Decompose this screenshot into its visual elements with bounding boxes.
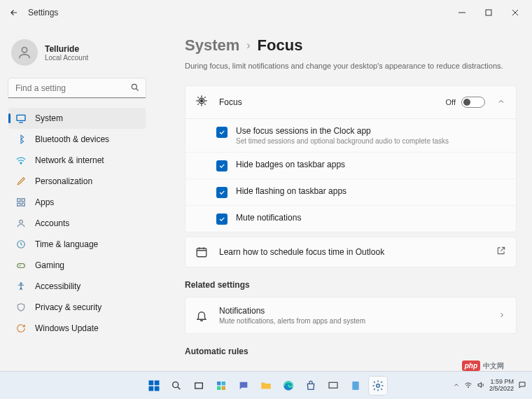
svg-rect-25 xyxy=(217,386,220,389)
svg-point-2 xyxy=(22,48,27,52)
option-mute-notifications[interactable]: Mute notifications xyxy=(186,206,516,232)
accessibility-icon xyxy=(15,281,27,292)
taskbar-widgets[interactable] xyxy=(212,377,230,395)
sidebar-item-label: Windows Update xyxy=(35,323,99,333)
svg-rect-29 xyxy=(352,382,358,390)
svg-rect-6 xyxy=(18,199,20,202)
user-block[interactable]: Telluride Local Account xyxy=(8,28,146,78)
svg-point-21 xyxy=(173,382,178,387)
option-sublabel: Set timed sessions and optional backgrou… xyxy=(236,137,449,145)
outlook-link-card[interactable]: Learn how to schedule focus time in Outl… xyxy=(185,237,517,267)
taskbar-clock[interactable]: 1:59 PM 2/5/2022 xyxy=(489,379,514,393)
svg-rect-26 xyxy=(222,386,225,389)
sidebar-item-network[interactable]: Network & internet xyxy=(8,150,146,171)
chevron-up-icon xyxy=(496,96,506,108)
focus-card-header[interactable]: Focus Off xyxy=(186,86,516,118)
sidebar-item-gaming[interactable]: Gaming xyxy=(8,255,146,276)
search-box[interactable] xyxy=(8,78,146,98)
taskbar-app1[interactable] xyxy=(324,377,342,395)
close-icon xyxy=(512,9,519,16)
sidebar-item-accounts[interactable]: Accounts xyxy=(8,213,146,234)
page-title: Focus xyxy=(258,36,303,55)
automatic-rules-heading: Automatic rules xyxy=(185,346,517,356)
chevron-up-icon xyxy=(453,382,460,388)
option-label: Hide badges on taskbar apps xyxy=(236,160,345,169)
widgets-icon xyxy=(216,380,227,391)
maximize-button[interactable] xyxy=(482,6,496,20)
external-link-icon xyxy=(496,246,506,258)
svg-point-3 xyxy=(132,84,136,89)
search-input[interactable] xyxy=(8,78,146,98)
checkbox[interactable] xyxy=(216,160,227,172)
minimize-button[interactable] xyxy=(455,6,469,20)
gear-icon xyxy=(372,379,384,392)
back-button[interactable] xyxy=(6,4,22,21)
chat-icon xyxy=(238,380,249,391)
tray-volume-icon[interactable] xyxy=(477,381,485,391)
option-label: Hide flashing on taskbar apps xyxy=(236,186,346,196)
chevron-right-icon xyxy=(498,309,506,322)
option-hide-flashing[interactable]: Hide flashing on taskbar apps xyxy=(186,179,516,206)
sidebar-item-privacy[interactable]: Privacy & security xyxy=(8,297,146,318)
sidebar-item-apps[interactable]: Apps xyxy=(8,192,146,213)
page-description: During focus, limit notifications and ch… xyxy=(185,62,517,70)
accounts-icon xyxy=(15,218,27,229)
sidebar-item-bluetooth[interactable]: Bluetooth & devices xyxy=(8,129,146,150)
sidebar-item-personalization[interactable]: Personalization xyxy=(8,171,146,192)
svg-rect-16 xyxy=(197,248,206,257)
svg-point-30 xyxy=(377,384,380,387)
checkbox[interactable] xyxy=(216,127,227,138)
sidebar: Telluride Local Account System Bluetooth… xyxy=(0,25,153,371)
taskview-icon xyxy=(193,380,204,391)
option-label: Mute notifications xyxy=(236,213,301,223)
tray-network-icon[interactable] xyxy=(464,381,472,391)
taskbar-search[interactable] xyxy=(167,377,186,395)
svg-rect-23 xyxy=(217,382,220,385)
watermark-logo: php xyxy=(462,360,480,371)
search-icon xyxy=(171,380,182,391)
taskbar-chat[interactable] xyxy=(234,377,253,395)
svg-rect-17 xyxy=(149,380,154,385)
wifi-icon xyxy=(15,155,27,166)
tray-notifications-icon[interactable] xyxy=(518,381,526,391)
sidebar-item-accessibility[interactable]: Accessibility xyxy=(8,276,146,297)
taskbar-overflow[interactable] xyxy=(453,382,460,390)
search-icon xyxy=(130,83,140,95)
notifications-card[interactable]: Notifications Mute notifications, alerts… xyxy=(185,297,517,334)
taskbar-start[interactable] xyxy=(145,377,163,395)
sidebar-item-label: Personalization xyxy=(35,176,92,186)
taskbar-store[interactable] xyxy=(302,377,320,395)
taskbar-explorer[interactable] xyxy=(257,377,275,395)
option-use-clock[interactable]: Use focus sessions in the Clock app Set … xyxy=(186,119,516,153)
svg-rect-18 xyxy=(155,380,160,385)
checkbox[interactable] xyxy=(216,187,227,198)
taskbar-taskview[interactable] xyxy=(190,377,208,395)
user-account-type: Local Account xyxy=(45,54,88,62)
taskbar: 1:59 PM 2/5/2022 xyxy=(0,371,532,399)
sidebar-item-system[interactable]: System xyxy=(8,108,146,129)
svg-rect-24 xyxy=(222,382,225,385)
taskbar-app2[interactable] xyxy=(346,377,365,395)
svg-rect-7 xyxy=(22,199,24,202)
sidebar-item-time-language[interactable]: Time & language xyxy=(8,234,146,255)
shield-icon xyxy=(15,302,27,313)
main-content: System › Focus During focus, limit notif… xyxy=(153,25,532,371)
svg-point-15 xyxy=(201,100,203,102)
close-button[interactable] xyxy=(508,6,522,20)
option-hide-badges[interactable]: Hide badges on taskbar apps xyxy=(186,153,516,179)
sidebar-item-label: Bluetooth & devices xyxy=(35,134,109,144)
sidebar-item-label: Time & language xyxy=(35,239,98,249)
sidebar-item-windows-update[interactable]: Windows Update xyxy=(8,318,146,339)
sidebar-item-label: Accounts xyxy=(35,218,69,228)
focus-card: Focus Off Use focus sessions in the Cloc… xyxy=(185,85,517,232)
minimize-icon xyxy=(458,9,465,16)
svg-point-13 xyxy=(20,283,22,284)
brush-icon xyxy=(15,176,27,187)
taskbar-edge[interactable] xyxy=(279,377,298,395)
checkbox[interactable] xyxy=(216,214,227,225)
breadcrumb-parent[interactable]: System xyxy=(185,36,239,55)
svg-point-5 xyxy=(20,162,22,164)
taskbar-settings[interactable] xyxy=(369,377,387,395)
focus-options: Use focus sessions in the Clock app Set … xyxy=(186,118,516,232)
focus-toggle[interactable] xyxy=(461,97,485,108)
